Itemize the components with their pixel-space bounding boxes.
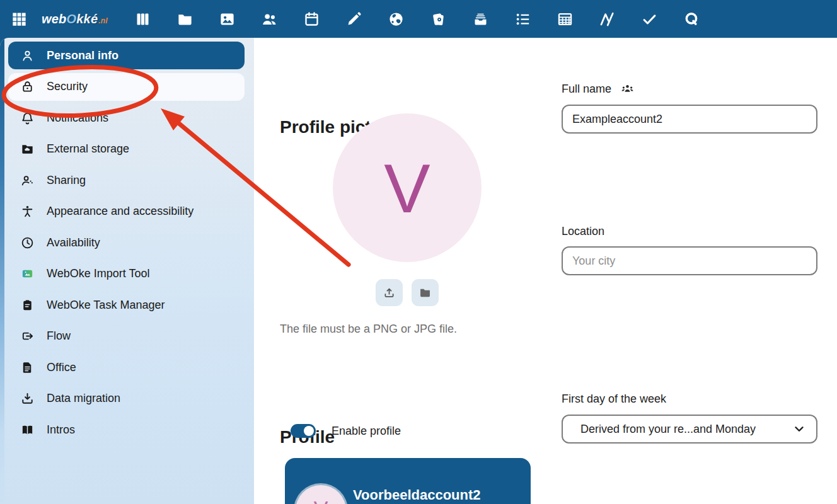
first-day-label-row: First day of the week: [562, 392, 817, 406]
sidebar-item-security[interactable]: Security: [8, 73, 245, 101]
app-grid-icon[interactable]: [5, 5, 33, 33]
sidebar-item-sharing[interactable]: Sharing: [8, 166, 245, 194]
activity-icon[interactable]: [594, 5, 621, 33]
personal-info-settings-panel: Profile picture V The file must be a PNG…: [254, 38, 837, 504]
enable-profile-row: Enable profile: [291, 424, 401, 438]
weboke-logo[interactable]: webOkké.nl: [42, 12, 108, 26]
full-name-field: Full name: [562, 82, 817, 134]
app-shortcuts: [129, 5, 706, 33]
list-icon[interactable]: [509, 5, 537, 33]
settings-sidebar: Personal info Security Notifications Ext…: [0, 38, 254, 504]
first-day-label: First day of the week: [562, 392, 666, 406]
location-input[interactable]: [562, 246, 817, 275]
full-name-scope-button[interactable]: [620, 82, 635, 96]
checkmark-icon[interactable]: [636, 5, 664, 33]
calendar-icon[interactable]: [298, 5, 326, 33]
avatar-actions: [376, 279, 439, 306]
sidebar-edge-gradient: [0, 38, 4, 504]
sidebar-item-intros[interactable]: Intros: [8, 416, 245, 444]
sidebar-item-label: Appearance and accessibility: [47, 205, 193, 218]
sidebar-item-label: Sharing: [47, 174, 86, 187]
sidebar-item-appearance[interactable]: Appearance and accessibility: [8, 198, 245, 226]
document-icon: [20, 360, 35, 375]
pencil-icon[interactable]: [340, 5, 368, 33]
sidebar-item-notifications[interactable]: Notifications: [8, 104, 245, 132]
book-icon: [20, 423, 35, 437]
accessibility-icon: [20, 204, 35, 219]
profile-card-avatar: V: [296, 485, 346, 504]
settings-nav: Personal info Security Notifications Ext…: [4, 42, 250, 447]
sidebar-item-external-storage[interactable]: External storage: [8, 135, 245, 163]
sidebar-item-weboke-import-tool[interactable]: WebOke Import Tool: [8, 260, 245, 288]
bell-icon: [20, 111, 35, 125]
sidebar-item-office[interactable]: Office: [8, 353, 245, 381]
choose-from-files-button[interactable]: [412, 279, 439, 306]
enable-profile-toggle[interactable]: [291, 424, 316, 438]
memories-cards-icon[interactable]: [425, 5, 453, 33]
account-icon: [20, 49, 35, 63]
folder-icon: [418, 286, 432, 299]
sidebar-item-label: Data migration: [47, 392, 120, 405]
sidebar-item-label: Availability: [47, 236, 100, 249]
sidebar-item-label: External storage: [47, 142, 129, 156]
upload-avatar-button[interactable]: [376, 279, 403, 306]
first-day-select[interactable]: Derived from your re...and Monday: [562, 415, 817, 444]
sidebar-item-label: Flow: [47, 329, 71, 343]
sharing-icon: [20, 173, 35, 188]
clock-icon: [20, 236, 35, 250]
globe-icon[interactable]: [383, 5, 410, 33]
lock-icon: [20, 79, 35, 94]
profile-avatar: V: [333, 113, 482, 262]
sidebar-item-personal-info[interactable]: Personal info: [8, 42, 245, 69]
sidebar-item-label: Notifications: [47, 112, 108, 125]
sidebar-item-flow[interactable]: Flow: [8, 323, 245, 350]
mail-trays-icon[interactable]: [467, 5, 495, 33]
chevron-down-icon: [792, 422, 806, 436]
location-label-row: Location: [562, 225, 817, 238]
contacts-icon[interactable]: [256, 5, 284, 33]
first-day-selected-value: Derived from your re...and Monday: [580, 423, 792, 436]
import-tool-icon: [20, 266, 35, 281]
sidebar-item-label: Security: [47, 80, 88, 93]
clipboard-icon: [20, 298, 35, 312]
upload-icon: [383, 286, 396, 299]
location-label: Location: [562, 225, 604, 238]
full-name-input[interactable]: [562, 105, 817, 134]
sidebar-item-label: Intros: [47, 423, 75, 437]
folder-icon[interactable]: [171, 5, 199, 33]
tables-grid-icon[interactable]: [551, 5, 579, 33]
external-storage-icon: [20, 142, 35, 156]
search-q-icon[interactable]: [678, 5, 706, 33]
sidebar-item-label: WebOke Task Manager: [47, 299, 165, 312]
sidebar-item-label: Office: [47, 361, 76, 374]
card-avatar-letter: V: [314, 496, 328, 504]
enable-profile-label: Enable profile: [332, 425, 401, 438]
top-navigation-bar: webOkké.nl: [0, 0, 837, 38]
download-icon: [20, 391, 35, 406]
logo-text: web: [42, 12, 67, 26]
deck-columns-icon[interactable]: [129, 5, 157, 33]
full-name-label-row: Full name: [562, 82, 817, 96]
full-name-label: Full name: [562, 83, 611, 96]
avatar-file-hint: The file must be a PNG or JPG file.: [280, 323, 457, 336]
profile-card-display-name: Voorbeeldaccount2: [353, 487, 481, 503]
sidebar-item-data-migration[interactable]: Data migration: [8, 385, 245, 413]
sidebar-item-availability[interactable]: Availability: [8, 229, 245, 256]
flow-icon: [20, 329, 35, 343]
sidebar-item-label: WebOke Import Tool: [47, 267, 149, 280]
toggle-knob: [304, 426, 314, 436]
sidebar-item-weboke-task-manager[interactable]: WebOke Task Manager: [8, 291, 245, 319]
first-day-of-week-field: First day of the week Derived from your …: [562, 392, 817, 444]
profile-preview-card: V Voorbeeldaccount2: [285, 458, 531, 504]
photos-icon[interactable]: [214, 5, 241, 33]
location-field: Location: [562, 225, 817, 275]
avatar-letter: V: [384, 148, 430, 228]
people-group-icon: [620, 82, 635, 96]
sidebar-item-label: Personal info: [47, 49, 118, 62]
app-content-area: Personal info Security Notifications Ext…: [0, 38, 837, 504]
